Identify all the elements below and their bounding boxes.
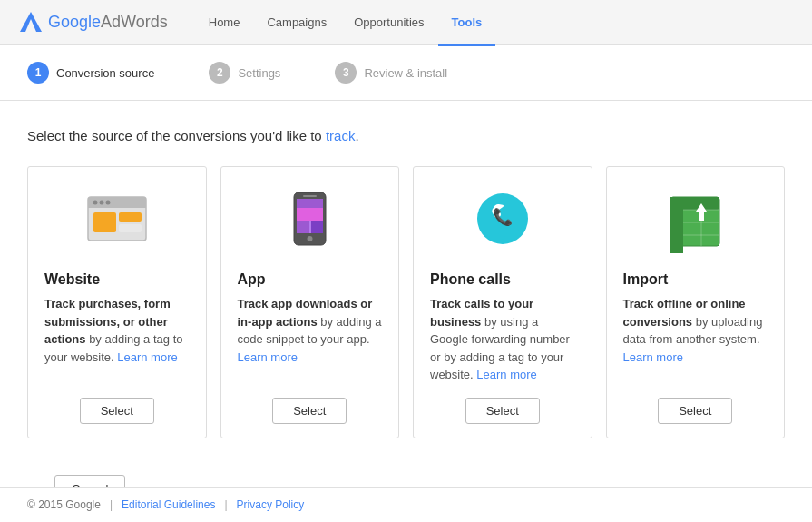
card-website: Website Track purchases, form submission… <box>27 166 207 438</box>
footer-privacy-link[interactable]: Privacy Policy <box>237 498 305 511</box>
step-3-label: Review & install <box>364 66 447 80</box>
import-card-title: Import <box>623 271 768 288</box>
logo: GoogleAdWords <box>18 10 168 35</box>
footer: © 2015 Google | Editorial Guidelines | P… <box>0 487 812 522</box>
footer-copyright: © 2015 Google <box>27 498 101 511</box>
website-icon <box>44 185 190 258</box>
import-learn-more-link[interactable]: Learn more <box>623 350 683 364</box>
phone-select-area: Select <box>430 398 575 424</box>
app-card-desc: Track app downloads or in-app actions by… <box>238 295 383 384</box>
phone-learn-more-link[interactable]: Learn more <box>476 368 536 381</box>
step-3: 3 Review & install <box>335 62 447 84</box>
app-learn-more-link[interactable]: Learn more <box>238 350 298 364</box>
svg-point-5 <box>93 200 97 204</box>
step-2-circle: 2 <box>209 62 230 84</box>
phone-icon: 📞 <box>430 185 575 258</box>
website-card-desc: Track purchases, form submissions, or ot… <box>44 295 190 384</box>
phone-card-desc: Track calls to your business by using a … <box>430 295 575 384</box>
nav-opportunities[interactable]: Opportunities <box>340 1 437 46</box>
instruction-highlight: track <box>326 128 356 143</box>
svg-point-6 <box>99 200 103 204</box>
adwords-logo-icon <box>18 10 44 35</box>
svg-rect-9 <box>119 212 142 222</box>
website-learn-more-link[interactable]: Learn more <box>117 350 177 364</box>
svg-rect-16 <box>311 221 323 233</box>
svg-rect-10 <box>119 224 142 232</box>
import-select-area: Select <box>623 398 768 424</box>
app-icon <box>238 185 383 258</box>
main-nav: Home Campaigns Opportunities Tools <box>195 0 495 46</box>
nav-home[interactable]: Home <box>195 1 254 46</box>
cards-row: Website Track purchases, form submission… <box>27 166 785 438</box>
app-select-area: Select <box>238 398 383 424</box>
step-2: 2 Settings <box>209 62 280 84</box>
card-app: App Track app downloads or in-app action… <box>220 166 400 438</box>
card-phone: 📞 Phone calls Track calls to your busine… <box>413 166 592 438</box>
page-instruction: Select the source of the conversions you… <box>27 128 785 143</box>
nav-campaigns[interactable]: Campaigns <box>253 1 340 46</box>
phone-card-title: Phone calls <box>430 271 575 288</box>
svg-text:📞: 📞 <box>493 207 514 227</box>
website-select-area: Select <box>44 398 190 424</box>
svg-rect-8 <box>93 212 116 232</box>
step-1: 1 Conversion source <box>27 62 154 84</box>
main-content: Select the source of the conversions you… <box>0 101 812 522</box>
website-card-title: Website <box>44 271 190 288</box>
step-2-label: Settings <box>238 66 280 80</box>
svg-rect-23 <box>670 197 683 253</box>
svg-rect-13 <box>297 199 323 208</box>
card-import: Import Track offline or online conversio… <box>606 166 786 438</box>
svg-point-17 <box>307 236 312 241</box>
app-card-title: App <box>238 271 383 288</box>
svg-rect-14 <box>297 208 323 221</box>
footer-sep-2: | <box>224 498 227 511</box>
footer-sep-1: | <box>110 498 113 511</box>
nav-tools[interactable]: Tools <box>438 1 496 46</box>
logo-text: GoogleAdWords <box>48 13 168 32</box>
header: GoogleAdWords Home Campaigns Opportuniti… <box>0 0 812 45</box>
step-1-circle: 1 <box>27 62 49 84</box>
step-1-label: Conversion source <box>56 66 154 80</box>
app-select-button[interactable]: Select <box>272 398 347 424</box>
steps-bar: 1 Conversion source 2 Settings 3 Review … <box>0 45 812 101</box>
website-select-button[interactable]: Select <box>80 398 154 424</box>
svg-point-7 <box>105 200 110 204</box>
footer-editorial-link[interactable]: Editorial Guidelines <box>122 498 215 511</box>
svg-rect-15 <box>297 221 309 233</box>
import-icon <box>623 185 768 258</box>
svg-rect-4 <box>88 205 146 208</box>
phone-select-button[interactable]: Select <box>465 398 540 424</box>
step-3-circle: 3 <box>335 62 357 84</box>
import-select-button[interactable]: Select <box>658 398 732 424</box>
svg-rect-18 <box>303 195 317 197</box>
import-card-desc: Track offline or online conversions by u… <box>623 295 768 384</box>
